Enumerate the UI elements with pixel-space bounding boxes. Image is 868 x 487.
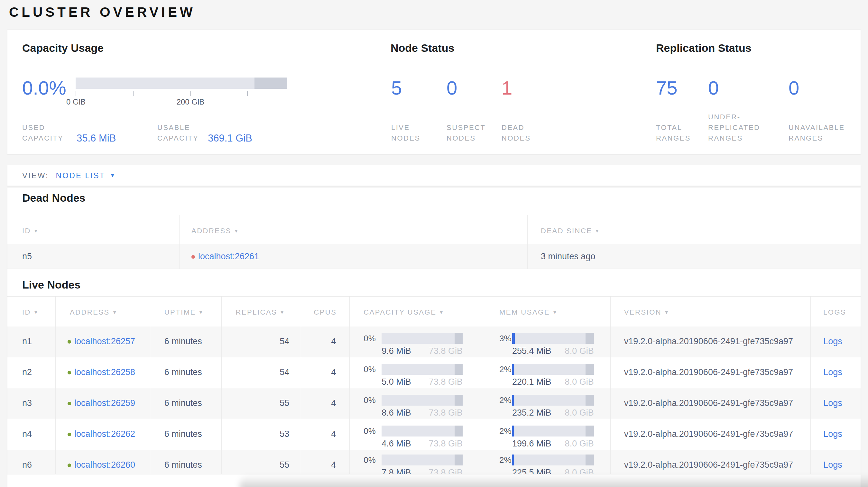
used-capacity-label: USED CAPACITY	[22, 122, 77, 143]
mem-mini-bar	[512, 333, 594, 344]
column-header-address[interactable]: ADDRESS▼	[56, 297, 150, 326]
sort-arrow-icon: ▼	[112, 310, 118, 315]
column-header-cpus: CPUS	[301, 297, 350, 326]
capacity-percent: 0%	[364, 333, 381, 344]
capacity-mini-bar	[381, 364, 463, 375]
sort-arrow-icon: ▼	[439, 310, 444, 315]
node-address-cell: localhost:26257	[56, 326, 150, 357]
mem-usage-cell: 2% 225.5 MiB8.0 GiB	[480, 450, 611, 474]
node-address-link[interactable]: localhost:26261	[198, 252, 259, 261]
mem-percent: 2%	[499, 455, 512, 465]
capacity-usage-heading: Capacity Usage	[22, 41, 103, 55]
capacity-percent: 0%	[364, 426, 381, 436]
node-address-link[interactable]: localhost:26262	[74, 429, 135, 439]
capacity-total-value: 73.8 GiB	[429, 377, 463, 387]
logs-cell: Logs	[811, 357, 861, 388]
uptime-cell: 6 minutes	[150, 419, 222, 450]
replicas-cell: 55	[222, 388, 302, 419]
logs-link[interactable]: Logs	[823, 336, 842, 346]
mem-usage-cell: 2% 235.2 MiB8.0 GiB	[480, 388, 611, 419]
mem-percent: 3%	[499, 333, 512, 344]
mem-total-value: 8.0 GiB	[565, 408, 594, 418]
view-selector-dropdown[interactable]: NODE LIST	[56, 171, 105, 180]
node-address-link[interactable]: localhost:26260	[74, 460, 135, 469]
total-ranges-count: 75	[656, 77, 678, 99]
capacity-total-value: 73.8 GiB	[429, 408, 463, 418]
column-header-id[interactable]: ID▼	[7, 215, 180, 244]
capacity-percent: 0%	[364, 455, 381, 465]
logs-link[interactable]: Logs	[823, 398, 842, 408]
cpus-cell: 4	[301, 419, 350, 450]
axis-tick-label: 0 GiB	[66, 97, 86, 106]
replicas-cell: 54	[222, 326, 302, 357]
dead-nodes-count: 1	[502, 77, 512, 99]
mem-mini-bar	[512, 395, 594, 405]
cpus-cell: 4	[301, 388, 350, 419]
mem-used-value: 255.4 MiB	[512, 346, 551, 356]
node-address-cell: localhost:26259	[56, 388, 150, 419]
live-nodes-count: 5	[391, 77, 402, 99]
capacity-mini-bar	[381, 455, 463, 465]
column-header-capacity-usage[interactable]: CAPACITY USAGE▼	[350, 297, 480, 326]
capacity-used-value: 8.6 MiB	[381, 408, 411, 418]
live-nodes-heading: Live Nodes	[22, 278, 81, 291]
version-cell: v19.2.0-alpha.20190606-2491-gfe735c9a97	[611, 450, 811, 474]
logs-link[interactable]: Logs	[823, 367, 842, 377]
uptime-cell: 6 minutes	[150, 357, 222, 388]
node-id-cell: n6	[7, 450, 56, 474]
mem-total-value: 8.0 GiB	[565, 439, 594, 449]
column-header-version[interactable]: VERSION▼	[611, 297, 811, 326]
cpus-cell: 4	[301, 357, 350, 388]
mem-used-value: 225.5 MiB	[512, 468, 551, 474]
node-address-cell: localhost:26258	[56, 357, 150, 388]
suspect-nodes-label: SUSPECT NODES	[446, 122, 495, 143]
node-address-link[interactable]: localhost:26259	[74, 398, 135, 408]
capacity-bar-reserved-segment	[254, 77, 287, 89]
live-node-row: n4 localhost:26262 6 minutes 53 4 0% 4.6…	[7, 419, 861, 450]
node-address-cell: localhost:26261	[180, 244, 528, 268]
capacity-percent: 0%	[364, 395, 381, 405]
column-header-uptime[interactable]: UPTIME▼	[150, 297, 222, 326]
logs-link[interactable]: Logs	[823, 460, 842, 469]
node-address-link[interactable]: localhost:26258	[74, 367, 135, 377]
version-cell: v19.2.0-alpha.20190606-2491-gfe735c9a97	[611, 357, 811, 388]
capacity-usage-cell: 0% 8.6 MiB73.8 GiB	[350, 388, 480, 419]
logs-cell: Logs	[811, 419, 861, 450]
sort-arrow-icon: ▼	[664, 310, 670, 315]
live-node-row: n1 localhost:26257 6 minutes 54 4 0% 9.6…	[7, 326, 861, 357]
uptime-cell: 6 minutes	[150, 388, 222, 419]
unavailable-ranges-count: 0	[788, 77, 799, 99]
chevron-down-icon[interactable]: ▼	[110, 172, 115, 179]
capacity-usage-cell: 0% 9.6 MiB73.8 GiB	[350, 326, 480, 357]
version-cell: v19.2.0-alpha.20190606-2491-gfe735c9a97	[611, 419, 811, 450]
mem-mini-bar	[512, 455, 594, 465]
live-status-dot-icon	[68, 402, 71, 405]
live-nodes-label: LIVE NODES	[391, 122, 433, 143]
capacity-mini-bar	[381, 333, 463, 344]
dead-node-row: n5 localhost:26261 3 minutes ago	[7, 244, 861, 269]
replicas-cell: 53	[222, 419, 302, 450]
logs-link[interactable]: Logs	[823, 429, 842, 439]
column-header-address[interactable]: ADDRESS▼	[180, 215, 528, 244]
column-header-dead-since[interactable]: DEAD SINCE▼	[528, 215, 861, 244]
column-header-replicas[interactable]: REPLICAS▼	[222, 297, 302, 326]
live-status-dot-icon	[68, 371, 71, 375]
mem-total-value: 8.0 GiB	[565, 346, 594, 356]
sort-arrow-icon: ▼	[552, 310, 558, 315]
capacity-usage-cell: 0% 4.6 MiB73.8 GiB	[350, 419, 480, 450]
under-replicated-label: UNDER-REPLICATED RANGES	[708, 111, 777, 143]
mem-mini-bar	[512, 426, 594, 436]
column-header-id[interactable]: ID▼	[7, 297, 56, 326]
node-address-link[interactable]: localhost:26257	[74, 336, 135, 346]
live-status-dot-icon	[68, 463, 71, 467]
node-id-cell: n1	[7, 326, 56, 357]
version-cell: v19.2.0-alpha.20190606-2491-gfe735c9a97	[611, 326, 811, 357]
live-nodes-table-header: ID▼ ADDRESS▼ UPTIME▼ REPLICAS▼ CPUS CAPA…	[7, 296, 861, 326]
capacity-mini-bar	[381, 395, 463, 405]
mem-usage-cell: 2% 220.1 MiB8.0 GiB	[480, 357, 611, 388]
node-address-cell: localhost:26262	[56, 419, 150, 450]
node-status-heading: Node Status	[391, 41, 454, 55]
column-header-mem-usage[interactable]: MEM USAGE▼	[480, 297, 611, 326]
mem-used-value: 199.6 MiB	[512, 439, 551, 449]
capacity-total-value: 73.8 GiB	[429, 346, 463, 356]
